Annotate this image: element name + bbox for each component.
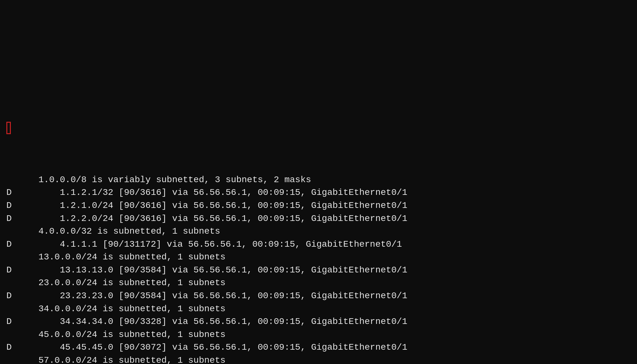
route-line: 45.0.0.0/24 is subnetted, 1 subnets (6, 328, 631, 341)
route-line: D 1.1.2.1/32 [90/3616] via 56.56.56.1, 0… (6, 186, 631, 199)
route-line: 13.0.0.0/24 is subnetted, 1 subnets (6, 251, 631, 264)
route-line: 57.0.0.0/24 is subnetted, 1 subnets (6, 354, 631, 364)
route-line: 23.0.0.0/24 is subnetted, 1 subnets (6, 277, 631, 290)
highlighted-route (6, 122, 11, 134)
route-line: D 34.34.34.0 [90/3328] via 56.56.56.1, 0… (6, 315, 631, 328)
route-line: D 1.2.2.0/24 [90/3616] via 56.56.56.1, 0… (6, 212, 631, 225)
route-line: D 45.45.45.0 [90/3072] via 56.56.56.1, 0… (6, 341, 631, 354)
terminal-window (6, 6, 631, 148)
dex-route-line (6, 122, 631, 135)
route-line: 34.0.0.0/24 is subnetted, 1 subnets (6, 303, 631, 316)
route-line: D 13.13.13.0 [90/3584] via 56.56.56.1, 0… (6, 264, 631, 277)
route-line: D 4.1.1.1 [90/131172] via 56.56.56.1, 00… (6, 238, 631, 251)
route-line: 1.0.0.0/8 is variably subnetted, 3 subne… (6, 174, 631, 187)
blank-line (6, 83, 631, 96)
route-line: 4.0.0.0/32 is subnetted, 1 subnets (6, 225, 631, 238)
routes-section: const data = JSON.parse(document.getElem… (6, 148, 631, 364)
route-line: D 1.2.1.0/24 [90/3616] via 56.56.56.1, 0… (6, 199, 631, 212)
route-line: D 23.23.23.0 [90/3584] via 56.56.56.1, 0… (6, 290, 631, 303)
